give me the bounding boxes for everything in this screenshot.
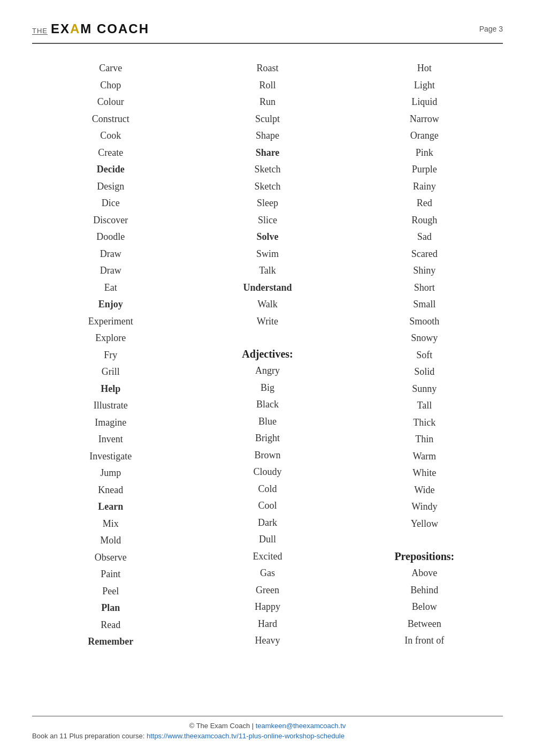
list-item: Sunny (412, 381, 437, 398)
list-item: Thin (415, 431, 433, 448)
list-item: Scared (411, 246, 438, 263)
list-item: Read (101, 617, 120, 634)
list-item: Fry (104, 347, 117, 364)
list-item: Pink (416, 145, 433, 162)
list-item: Jump (100, 465, 121, 482)
list-item: Above (411, 565, 437, 582)
list-item: Big (261, 380, 274, 397)
list-item: Sad (417, 229, 432, 246)
list-item: Eat (104, 279, 117, 297)
list-item: Thick (413, 414, 435, 432)
list-item: Doodle (96, 229, 125, 246)
column-3: HotLightLiquidNarrowOrangePinkPurpleRain… (346, 60, 503, 651)
prepositions-header: Prepositions: (394, 550, 454, 563)
list-item: Plan (101, 600, 120, 617)
list-item: In front of (404, 632, 444, 649)
list-item: Swim (256, 246, 279, 263)
list-item: Cloudy (253, 464, 281, 481)
list-item: Red (417, 195, 432, 212)
list-item: Between (408, 616, 441, 633)
list-item: Dull (259, 531, 276, 548)
list-item: Investigate (89, 448, 132, 465)
list-item: Enjoy (98, 296, 123, 313)
content-area: CarveChopColourConstructCookCreateDecide… (32, 60, 503, 651)
list-item: Carve (99, 60, 122, 77)
list-item: Solve (256, 229, 278, 246)
list-item: Paint (101, 566, 120, 583)
list-item: Talk (259, 262, 276, 279)
list-item: Narrow (410, 111, 439, 128)
list-item: Slice (258, 212, 277, 229)
list-item: Bright (255, 430, 280, 447)
list-item: Heavy (255, 632, 280, 649)
list-item: Short (414, 279, 435, 297)
list-item: Remember (88, 633, 133, 651)
list-item: Invent (98, 431, 123, 448)
list-item: Sleep (257, 195, 278, 212)
footer-course-link[interactable]: https://www.theexamcoach.tv/11-plus-onli… (147, 732, 345, 740)
list-item: Mix (103, 516, 119, 533)
list-item: Share (256, 145, 280, 162)
list-item: Explore (95, 330, 126, 347)
list-item: Liquid (411, 94, 437, 111)
list-item: Decide (97, 161, 125, 178)
list-item: Shiny (413, 262, 435, 279)
list-item: Light (414, 77, 435, 94)
list-item: Happy (255, 599, 280, 616)
list-item: Below (412, 599, 437, 616)
list-item: Solid (414, 364, 434, 381)
list-item: Draw (100, 262, 121, 279)
list-item: Help (101, 381, 120, 398)
list-item: Smooth (409, 313, 439, 330)
column-2: RoastRollRunSculptShapeShareSketchSketch… (189, 60, 346, 651)
list-item: Colour (97, 94, 124, 111)
footer-course: Book an 11 Plus preparation course: http… (32, 732, 503, 740)
header: THE EXAM COACH Page 3 (32, 21, 503, 44)
list-item: Write (257, 313, 278, 330)
list-item: Draw (100, 246, 121, 263)
list-item: Shape (256, 127, 279, 145)
list-item: Excited (253, 548, 282, 565)
list-item: Rough (411, 212, 437, 229)
list-item: Warm (413, 448, 437, 465)
list-item: Yellow (411, 516, 438, 533)
logo: THE EXAM COACH (32, 21, 149, 36)
list-item: Discover (93, 212, 128, 229)
list-item: Brown (254, 447, 280, 464)
list-item: Hard (258, 616, 277, 633)
list-item: Roll (259, 77, 276, 94)
list-item: Green (256, 582, 279, 599)
list-item: Roast (256, 60, 278, 77)
list-item: Sketch (254, 178, 280, 195)
list-item: Cool (258, 497, 277, 515)
list-item: White (412, 465, 436, 482)
list-item: Observe (95, 549, 127, 566)
footer-email-link[interactable]: teamkeen@theexamcoach.tv (256, 722, 346, 730)
list-item: Experiment (88, 313, 133, 330)
list-item: Blue (258, 413, 277, 430)
logo-main: EXAM COACH (51, 21, 149, 36)
list-item: Mold (100, 532, 121, 549)
list-item: Soft (416, 347, 432, 364)
column-1: CarveChopColourConstructCookCreateDecide… (32, 60, 189, 651)
list-item: Sculpt (255, 111, 280, 128)
list-item: Gas (260, 565, 275, 582)
list-item: Purple (412, 161, 437, 178)
list-item: Knead (98, 482, 123, 499)
list-item: Snowy (411, 330, 438, 347)
list-item: Design (97, 178, 124, 195)
list-item: Cook (100, 127, 121, 145)
list-item: Run (259, 94, 276, 111)
list-item: Rainy (413, 178, 436, 195)
list-item: Peel (102, 583, 119, 600)
list-item: Angry (255, 362, 280, 380)
adjectives-header: Adjectives: (242, 348, 293, 360)
list-item: Understand (243, 279, 292, 297)
page: THE EXAM COACH Page 3 CarveChopColourCon… (0, 0, 535, 756)
list-item: Dark (258, 515, 277, 532)
list-item: Walk (257, 296, 278, 313)
list-item: Sketch (254, 161, 280, 178)
list-item: Small (413, 296, 435, 313)
list-item: Black (256, 396, 279, 413)
list-item: Create (98, 145, 123, 162)
